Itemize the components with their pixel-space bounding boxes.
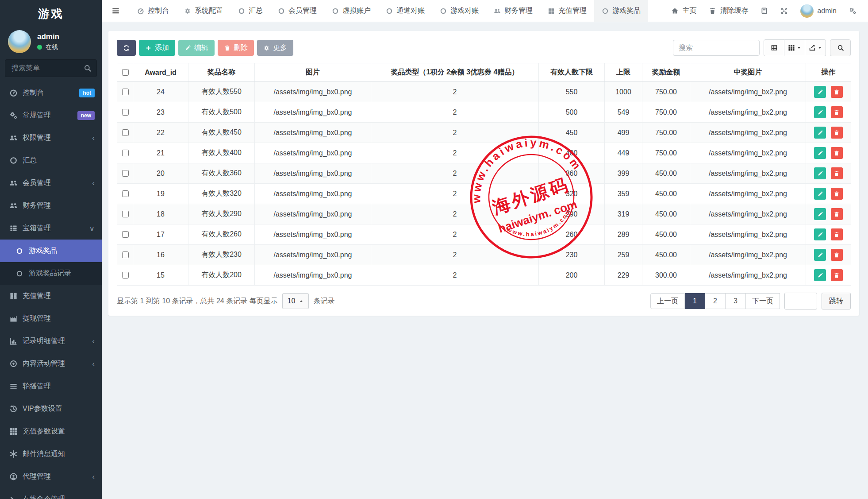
sidebar-item[interactable]: 提现管理 [0, 307, 102, 330]
sidebar-item[interactable]: 权限管理 ‹ [0, 127, 102, 149]
columns-button[interactable] [784, 39, 805, 56]
column-header[interactable]: 中奖图片 [690, 63, 806, 82]
row-checkbox[interactable] [122, 211, 129, 217]
sidebar-item[interactable]: 控制台 hot [0, 81, 102, 104]
topbar-tab[interactable]: 游戏奖品 [594, 0, 648, 22]
row-checkbox[interactable] [122, 190, 129, 197]
select-all-cell [117, 63, 133, 82]
row-delete-button[interactable] [831, 188, 843, 200]
topbar-right-icon [671, 7, 679, 15]
row-delete-button[interactable] [831, 269, 843, 281]
sidebar-item[interactable]: 游戏奖品 [0, 240, 102, 262]
topbar-right-item[interactable]: admin [800, 4, 837, 18]
sidebar-item[interactable]: 轮播管理 [0, 375, 102, 398]
row-edit-button[interactable] [814, 127, 826, 139]
topbar-right-item[interactable] [780, 7, 788, 15]
row-delete-button[interactable] [831, 106, 843, 118]
page-button[interactable]: 3 [726, 293, 746, 309]
page-button[interactable]: 2 [705, 293, 726, 309]
row-edit-button[interactable] [814, 167, 826, 179]
detail-view-button[interactable] [764, 39, 784, 56]
row-delete-button[interactable] [831, 249, 843, 261]
row-checkbox[interactable] [122, 109, 129, 116]
sidebar-item[interactable]: 充值管理 [0, 285, 102, 307]
column-header[interactable]: 图片 [255, 63, 371, 82]
sidebar-item[interactable]: 汇总 [0, 149, 102, 172]
row-checkbox[interactable] [122, 170, 129, 177]
topbar-right-item[interactable] [760, 7, 768, 15]
topbar-right-item[interactable] [849, 7, 856, 15]
row-delete-button[interactable] [831, 167, 843, 179]
toolbar-button[interactable] [117, 40, 136, 56]
row-checkbox[interactable] [122, 251, 129, 258]
column-header[interactable]: 奖品名称 [188, 63, 255, 82]
page-button[interactable]: 1 [685, 293, 705, 309]
sidebar-item[interactable]: 充值参数设置 [0, 420, 102, 443]
sidebar-item[interactable]: 会员管理 ‹ [0, 172, 102, 194]
toolbar-button[interactable]: 删除 [218, 40, 254, 56]
sidebar-item[interactable]: 记录明细管理 ‹ [0, 330, 102, 352]
column-header[interactable]: 有效人数下限 [539, 63, 605, 82]
topbar-tab[interactable]: 虚拟账户 [324, 0, 378, 22]
row-edit-button[interactable] [814, 106, 826, 118]
row-checkbox[interactable] [122, 272, 129, 279]
sidebar-item[interactable]: 游戏奖品记录 [0, 262, 102, 285]
table-search-input[interactable] [673, 40, 760, 56]
row-checkbox[interactable] [122, 150, 129, 156]
column-header[interactable]: 奖励金额 [642, 63, 690, 82]
export-button[interactable] [805, 39, 826, 56]
row-checkbox[interactable] [122, 129, 129, 136]
tab-label: 会员管理 [288, 6, 317, 15]
sidebar-toggle-button[interactable] [102, 0, 130, 22]
row-checkbox[interactable] [122, 231, 129, 238]
row-delete-button[interactable] [831, 127, 843, 139]
row-edit-button[interactable] [814, 249, 826, 261]
sidebar-item[interactable]: VIP参数设置 [0, 398, 102, 420]
row-edit-button[interactable] [814, 147, 826, 159]
row-edit-button[interactable] [814, 208, 826, 220]
column-header[interactable]: 上限 [605, 63, 642, 82]
page-jump-button[interactable]: 跳转 [822, 293, 851, 309]
sidebar-item[interactable]: 代理管理 ‹ [0, 465, 102, 488]
row-edit-button[interactable] [814, 228, 826, 240]
page-button[interactable]: 上一页 [650, 293, 685, 309]
page-size-select[interactable]: 10 [282, 293, 309, 309]
row-delete-button[interactable] [831, 208, 843, 220]
row-checkbox[interactable] [122, 89, 129, 95]
column-header[interactable]: 操作 [806, 63, 851, 82]
topbar-right-item[interactable]: 主页 [671, 6, 696, 15]
topbar-tab[interactable]: 汇总 [230, 0, 270, 22]
row-delete-button[interactable] [831, 147, 843, 159]
topbar-tab[interactable]: 游戏对账 [432, 0, 486, 22]
toolbar-button[interactable]: 更多 [257, 40, 293, 56]
toolbar-button[interactable]: 编辑 [178, 40, 215, 56]
row-edit-button[interactable] [814, 269, 826, 281]
row-delete-button[interactable] [831, 228, 843, 240]
row-edit-button[interactable] [814, 188, 826, 200]
toolbar-button[interactable]: 添加 [139, 40, 175, 56]
search-button[interactable] [830, 39, 851, 56]
sidebar-item[interactable]: 财务管理 [0, 194, 102, 217]
topbar-tab[interactable]: 充值管理 [540, 0, 594, 22]
sidebar-item[interactable]: 宝箱管理 ∨ [0, 217, 102, 240]
topbar-tab[interactable]: 财务管理 [486, 0, 540, 22]
topbar-right-item[interactable]: 清除缓存 [709, 6, 748, 15]
column-header[interactable]: Award_id [133, 63, 188, 82]
row-edit-button[interactable] [814, 86, 826, 98]
row-delete-button[interactable] [831, 86, 843, 98]
sidebar-item[interactable]: 邮件消息通知 [0, 443, 102, 465]
page-jump-input[interactable] [784, 293, 817, 309]
topbar-tab[interactable]: 控制台 [130, 0, 177, 22]
select-all-checkbox[interactable] [122, 69, 129, 76]
sidebar-item[interactable]: 在线命令管理 [0, 488, 102, 499]
sidebar-search-input[interactable] [5, 59, 97, 77]
topbar-tab[interactable]: 会员管理 [270, 0, 324, 22]
topbar-tab[interactable]: 系统配置 [177, 0, 230, 22]
avatar[interactable] [8, 30, 31, 53]
brand-logo[interactable]: 游戏 [0, 0, 102, 27]
column-header[interactable]: 奖品类型（1积分 2余额 3优惠券 4赠品） [371, 63, 539, 82]
sidebar-item[interactable]: 常规管理 new [0, 104, 102, 127]
sidebar-item[interactable]: 内容活动管理 ‹ [0, 352, 102, 375]
page-button[interactable]: 下一页 [746, 293, 780, 309]
topbar-tab[interactable]: 通道对账 [378, 0, 432, 22]
